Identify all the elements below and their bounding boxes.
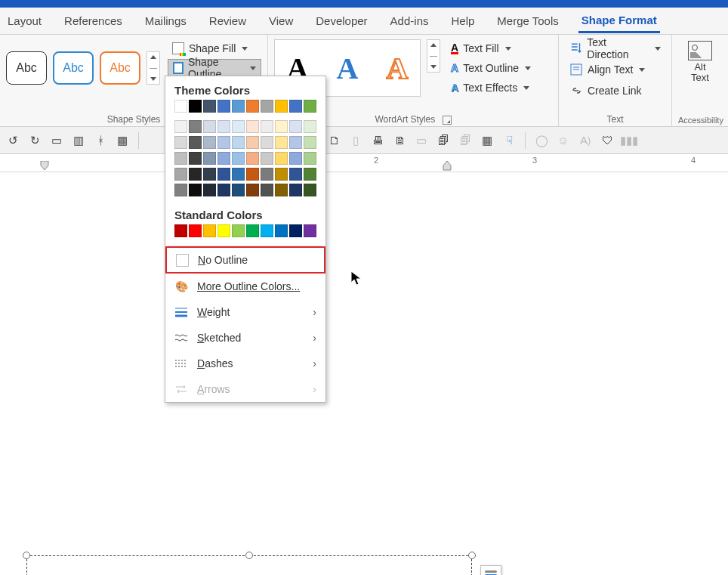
- standard-colors-row[interactable]: [165, 223, 325, 239]
- color-swatch[interactable]: [174, 100, 187, 113]
- color-swatch[interactable]: [304, 120, 316, 133]
- color-swatch[interactable]: [203, 184, 216, 196]
- color-swatch[interactable]: [246, 100, 259, 113]
- tab-references[interactable]: References: [61, 10, 125, 32]
- style-thumb-1[interactable]: Abc: [6, 51, 47, 85]
- qat-touch[interactable]: ☟: [501, 132, 517, 149]
- color-swatch[interactable]: [275, 152, 288, 165]
- color-swatch[interactable]: [189, 136, 202, 149]
- shape-fill-button[interactable]: Shape Fill: [168, 39, 261, 57]
- color-swatch[interactable]: [217, 152, 230, 165]
- color-swatch[interactable]: [174, 168, 187, 181]
- color-swatch[interactable]: [289, 136, 302, 149]
- color-swatch[interactable]: [261, 120, 273, 133]
- color-swatch[interactable]: [275, 100, 288, 113]
- tab-review[interactable]: Review: [206, 10, 249, 32]
- theme-shade-row[interactable]: [165, 134, 325, 150]
- qat-btn[interactable]: 🗋: [325, 132, 342, 149]
- color-swatch[interactable]: [289, 224, 302, 237]
- color-swatch[interactable]: [189, 100, 202, 113]
- color-swatch[interactable]: [217, 184, 230, 196]
- theme-colors-row[interactable]: [165, 98, 325, 114]
- text-box-shape[interactable]: ¶: [26, 555, 472, 575]
- color-swatch[interactable]: [304, 184, 316, 196]
- qat-btn[interactable]: ▯: [347, 132, 364, 149]
- color-swatch[interactable]: [304, 224, 316, 237]
- color-swatch[interactable]: [289, 120, 302, 133]
- color-swatch[interactable]: [232, 120, 245, 133]
- color-swatch[interactable]: [232, 152, 245, 165]
- color-swatch[interactable]: [275, 184, 288, 196]
- style-gallery-more[interactable]: [147, 51, 160, 85]
- color-swatch[interactable]: [246, 184, 259, 196]
- qat-btn[interactable]: ◯: [533, 132, 550, 149]
- color-swatch[interactable]: [174, 152, 187, 165]
- color-swatch[interactable]: [189, 224, 202, 237]
- wordart-dialog-launcher[interactable]: [443, 116, 452, 125]
- color-swatch[interactable]: [203, 152, 216, 165]
- resize-handle[interactable]: [245, 552, 253, 559]
- document-area[interactable]: ¶: [0, 172, 728, 575]
- text-fill-button[interactable]: A Text Fill: [446, 39, 535, 57]
- create-link-button[interactable]: Create Link: [565, 82, 665, 100]
- color-swatch[interactable]: [261, 224, 273, 237]
- qat-print[interactable]: 🖶: [369, 132, 386, 149]
- color-swatch[interactable]: [261, 100, 273, 113]
- color-swatch[interactable]: [174, 120, 187, 133]
- qat-btn[interactable]: ▥: [70, 132, 87, 149]
- color-swatch[interactable]: [203, 120, 216, 133]
- tab-shape-format[interactable]: Shape Format: [578, 9, 660, 33]
- alt-text-button[interactable]: Alt Text: [678, 39, 722, 85]
- tab-mailings[interactable]: Mailings: [142, 10, 190, 32]
- color-swatch[interactable]: [232, 136, 245, 149]
- color-swatch[interactable]: [203, 136, 216, 149]
- color-swatch[interactable]: [203, 100, 216, 113]
- no-outline-item[interactable]: No Outline: [165, 246, 325, 274]
- color-swatch[interactable]: [189, 184, 202, 196]
- tab-help[interactable]: Help: [448, 10, 477, 32]
- wordart-style-3[interactable]: A: [376, 48, 418, 88]
- color-swatch[interactable]: [289, 152, 302, 165]
- qat-redo[interactable]: ↻: [26, 132, 43, 149]
- theme-shade-row[interactable]: [165, 166, 325, 182]
- color-swatch[interactable]: [289, 100, 302, 113]
- tab-view[interactable]: View: [266, 10, 296, 32]
- layout-options-button[interactable]: [480, 565, 501, 575]
- text-effects-button[interactable]: A Text Effects: [446, 79, 535, 97]
- color-swatch[interactable]: [174, 184, 187, 196]
- color-swatch[interactable]: [261, 152, 273, 165]
- tab-developer[interactable]: Developer: [313, 10, 370, 32]
- indent-marker-right[interactable]: [442, 161, 454, 172]
- qat-btn[interactable]: 🛡: [599, 132, 615, 149]
- color-swatch[interactable]: [304, 168, 316, 181]
- color-swatch[interactable]: [232, 100, 245, 113]
- color-swatch[interactable]: [189, 152, 202, 165]
- color-swatch[interactable]: [217, 100, 230, 113]
- text-direction-button[interactable]: Text Direction: [565, 39, 665, 57]
- color-swatch[interactable]: [261, 168, 273, 181]
- qat-btn[interactable]: ▭: [413, 132, 430, 149]
- color-swatch[interactable]: [275, 120, 288, 133]
- resize-handle[interactable]: [468, 552, 476, 559]
- color-swatch[interactable]: [217, 120, 230, 133]
- text-outline-button[interactable]: A Text Outline: [446, 59, 535, 77]
- color-swatch[interactable]: [261, 184, 273, 196]
- color-swatch[interactable]: [289, 168, 302, 181]
- qat-btn[interactable]: 🗐: [435, 132, 452, 149]
- color-swatch[interactable]: [246, 120, 259, 133]
- color-swatch[interactable]: [275, 168, 288, 181]
- qat-btn[interactable]: ▦: [479, 132, 495, 149]
- theme-shade-row[interactable]: [165, 119, 325, 134]
- color-swatch[interactable]: [304, 152, 316, 165]
- color-swatch[interactable]: [174, 224, 187, 237]
- tab-addins[interactable]: Add-ins: [387, 10, 432, 32]
- color-swatch[interactable]: [189, 120, 202, 133]
- color-swatch[interactable]: [246, 152, 259, 165]
- qat-undo[interactable]: ↺: [5, 132, 21, 149]
- color-swatch[interactable]: [289, 184, 302, 196]
- qat-btn[interactable]: 🗎: [391, 132, 408, 149]
- indent-marker-left[interactable]: [38, 161, 53, 172]
- qat-barcode[interactable]: ▮▮▮: [621, 132, 637, 149]
- weight-item[interactable]: Weight ›: [165, 299, 325, 325]
- color-swatch[interactable]: [246, 168, 259, 181]
